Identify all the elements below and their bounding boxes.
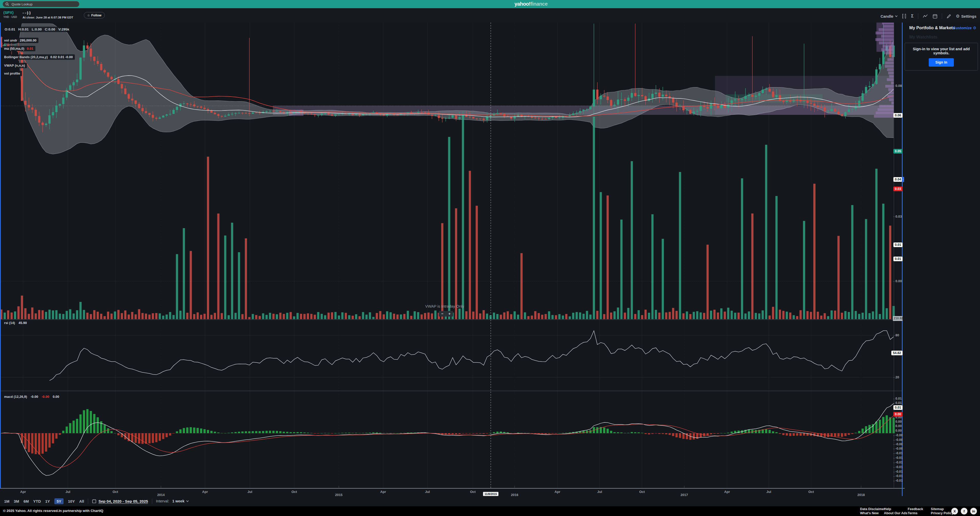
linkedin-social-icon[interactable]: in bbox=[970, 508, 977, 514]
study-pill-ma[interactable]: ma (50,ma,0)0.01 bbox=[2, 46, 35, 51]
yahoo-finance-logo[interactable]: yahoo!finance bbox=[514, 1, 547, 7]
top-header: yahoo!finance bbox=[0, 0, 980, 8]
macd-study-pill[interactable]: macd (12,26,9) -0.00 -0.00 0.00 bbox=[2, 394, 61, 400]
settings-button[interactable]: ⚙ Settings bbox=[956, 14, 977, 19]
footer-link[interactable]: Help bbox=[884, 507, 907, 511]
search-input[interactable] bbox=[11, 2, 76, 6]
range-button-1y[interactable]: 1Y bbox=[45, 499, 50, 503]
symbol-exchange: YHD · USD bbox=[3, 15, 17, 19]
macd-value-2: -0.00 bbox=[42, 395, 49, 398]
facebook-social-icon[interactable]: f bbox=[961, 508, 967, 514]
range-button-1m[interactable]: 1M bbox=[4, 499, 10, 503]
interval-dropdown[interactable]: 1 week bbox=[172, 499, 185, 503]
footer-link[interactable]: What's New bbox=[860, 511, 885, 515]
interval-label: Interval: bbox=[156, 499, 169, 503]
pencil-icon[interactable] bbox=[947, 14, 951, 19]
symbol-bar: (SPX) YHD · USD - - (-) At close: June 2… bbox=[0, 8, 980, 22]
footer-link[interactable]: About Our Ads bbox=[884, 511, 907, 515]
ohlc-volume: V:295k bbox=[58, 27, 69, 31]
macd-value-1: -0.00 bbox=[30, 395, 38, 398]
rsi-study-pill[interactable]: rsi (14) 45.90 bbox=[2, 320, 29, 325]
quote-lookup-search[interactable] bbox=[3, 1, 80, 7]
footer-link[interactable]: Feedback bbox=[908, 507, 923, 511]
macd-label: macd (12,26,9) bbox=[4, 395, 27, 398]
customize-link[interactable]: Customize ⚙ bbox=[953, 25, 977, 30]
price-chart[interactable] bbox=[0, 22, 905, 496]
portfolio-side-panel: My Portfolio & Markets Customize ⚙ My Wa… bbox=[905, 22, 980, 496]
side-panel-title: My Portfolio & Markets bbox=[909, 25, 955, 30]
chart-type-dropdown[interactable]: Candle bbox=[881, 14, 897, 19]
range-button-3m[interactable]: 3M bbox=[14, 499, 19, 503]
follow-button[interactable]: ☆ Follow bbox=[84, 12, 105, 19]
range-button-10y[interactable]: 10Y bbox=[68, 499, 75, 503]
sum-icon[interactable]: Σ bbox=[911, 14, 914, 19]
footer-link-column: HelpAbout Our Ads bbox=[884, 507, 907, 515]
at-close-text: At close: June 28 at 6:07:38 PM EDT bbox=[22, 16, 73, 19]
toolbar-divider bbox=[152, 498, 152, 504]
calendar-icon[interactable] bbox=[932, 14, 937, 19]
ohlc-close: C:0.00 bbox=[45, 27, 56, 31]
rsi-value: 45.90 bbox=[19, 321, 27, 325]
rsi-label: rsi (14) bbox=[4, 321, 15, 325]
study-label: vol profile bbox=[4, 72, 20, 75]
footer-link[interactable]: Data Disclaimer bbox=[860, 507, 885, 511]
ruler-icon[interactable] bbox=[902, 13, 907, 19]
signin-box: Sign-in to view your list and add symbol… bbox=[905, 43, 978, 70]
range-button-6m[interactable]: 6M bbox=[24, 499, 29, 503]
study-label: VWAP (n,n,n) bbox=[4, 64, 25, 67]
study-label: ma (50,ma,0) bbox=[4, 47, 24, 51]
range-button-5y[interactable]: 5Y bbox=[54, 498, 64, 504]
gear-icon: ⚙ bbox=[956, 14, 960, 19]
symbol-name: (SPX) bbox=[3, 10, 14, 14]
study-pill-vol[interactable]: vol profile bbox=[2, 71, 22, 76]
x-social-icon[interactable]: X bbox=[951, 508, 958, 514]
footer-link-column: Data DisclaimerWhat's New bbox=[860, 507, 885, 515]
yahoo-finance-chart-page: yahoo!finance (SPX) YHD · USD - - (-) At… bbox=[0, 0, 980, 516]
chart-type-label: Candle bbox=[881, 14, 893, 19]
footer-link-column: FeedbackTerms bbox=[908, 507, 923, 515]
study-label: Bollinger Bands (20,2,ma,y) bbox=[4, 55, 48, 59]
study-value: 0.02 0.01 -0.00 bbox=[51, 55, 73, 59]
volume-underlay-layer bbox=[0, 116, 895, 319]
date-range-picker[interactable]: Sep 04, 2020 - Sep 05, 2025 bbox=[99, 499, 148, 503]
zoom-in-button[interactable]: + bbox=[446, 311, 453, 317]
symbol-price: - - (-) bbox=[22, 11, 30, 15]
footer-link[interactable]: Sitemap bbox=[931, 507, 953, 511]
search-icon bbox=[5, 2, 9, 6]
zoom-out-button[interactable]: − bbox=[439, 311, 446, 317]
ohlc-high: H:0.01 bbox=[18, 27, 29, 31]
logo-finance: finance bbox=[530, 1, 548, 7]
page-footer: © 2025 Yahoo. All rights reserved.In par… bbox=[0, 506, 980, 516]
star-icon: ☆ bbox=[87, 13, 90, 17]
study-pill-VWAP[interactable]: VWAP (n,n,n) bbox=[2, 63, 27, 68]
toolbar-divider bbox=[88, 498, 88, 504]
chart-toolbar: Candle Σ bbox=[881, 13, 977, 19]
zoom-controls: − + bbox=[439, 311, 453, 317]
macd-panel-layer bbox=[0, 403, 895, 476]
range-button-all[interactable]: All bbox=[79, 499, 84, 503]
footer-link[interactable]: Terms bbox=[908, 511, 923, 515]
study-pill-Bollinger[interactable]: Bollinger Bands (20,2,ma,y)0.02 0.01 -0.… bbox=[2, 54, 75, 60]
range-button-ytd[interactable]: YTD bbox=[33, 499, 41, 503]
my-watchlists-heading: My Watchlists bbox=[909, 35, 937, 40]
vwap-notice: VWAP is Intraday Only bbox=[425, 304, 464, 308]
signin-text: Sign-in to view your list and add symbol… bbox=[908, 47, 974, 55]
study-value: 0.01 bbox=[27, 47, 33, 51]
chevron-down-icon bbox=[895, 14, 898, 17]
gear-icon: ⚙ bbox=[973, 25, 977, 30]
follow-label: Follow bbox=[91, 14, 102, 17]
logo-yahoo: yahoo! bbox=[514, 1, 530, 7]
ohlc-open: O:0.01 bbox=[5, 27, 15, 31]
study-label: vol undr bbox=[4, 38, 17, 42]
chevron-down-icon bbox=[186, 499, 189, 502]
calendar-icon bbox=[92, 499, 96, 503]
footer-link[interactable]: Privacy Policy bbox=[931, 511, 953, 515]
copyright-text: © 2025 Yahoo. All rights reserved.In par… bbox=[3, 509, 103, 513]
range-buttons: 1M3M6MYTD1Y5Y10YAll bbox=[4, 498, 84, 504]
ohlc-readout: O:0.01H:0.01L:0.00C:0.00V:295k bbox=[3, 27, 74, 32]
study-pill-vol[interactable]: vol undr295,000.00 bbox=[2, 38, 38, 43]
toolbar-divider bbox=[918, 13, 918, 19]
study-value: 295,000.00 bbox=[20, 38, 37, 42]
sign-in-button[interactable]: Sign In bbox=[929, 58, 954, 67]
compare-icon[interactable] bbox=[923, 14, 928, 19]
